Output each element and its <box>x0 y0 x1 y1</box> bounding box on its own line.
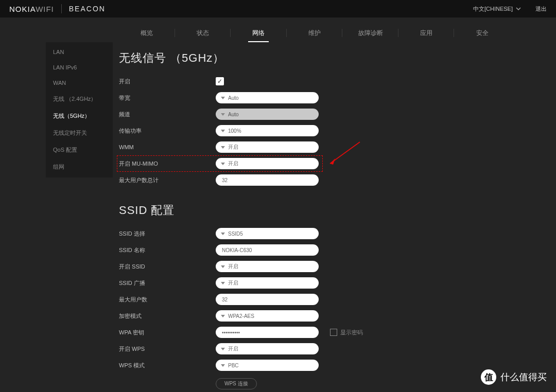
dropdown-arrow-icon <box>221 163 225 165</box>
row-wpsmode: WPS 模式 PBC <box>119 357 510 373</box>
select-broadcast[interactable]: 开启 <box>216 277 319 289</box>
tab-diagnostics[interactable]: 故障诊断 <box>342 24 398 42</box>
input-wpakey[interactable]: •••••••••• <box>216 327 319 338</box>
label-mumimo: 开启 MU-MIMO <box>119 160 216 168</box>
label-wpsmode: WPS 模式 <box>119 362 216 369</box>
sidebar-item-lanipv6[interactable]: LAN IPv6 <box>46 60 113 75</box>
select-wpsmode[interactable]: PBC <box>216 360 319 371</box>
dropdown-arrow-icon <box>221 315 225 317</box>
dropdown-arrow-icon <box>221 348 225 350</box>
row-ssidenable: 开启 SSID 开启 <box>119 258 510 275</box>
sidebar-item-wan[interactable]: WAN <box>46 75 113 91</box>
label-broadcast: SSID 广播 <box>119 279 216 287</box>
row-broadcast: SSID 广播 开启 <box>119 275 510 291</box>
app-header: NOKIAWIFI BEACON 中文[CHINESE] 退出 <box>0 0 556 17</box>
watermark-text: 什么值得买 <box>500 371 547 383</box>
label-encryption: 加密模式 <box>119 312 216 320</box>
sidebar: LAN LAN IPv6 WAN 无线 （2.4GHz） 无线（5GHz） 无线… <box>46 42 113 177</box>
row-channel: 频道 Auto <box>119 106 510 122</box>
sidebar-item-wifischedule[interactable]: 无线定时开关 <box>46 124 113 141</box>
chevron-down-icon <box>516 7 521 10</box>
input-maxusers-total[interactable]: 32 <box>216 174 319 186</box>
tab-overview[interactable]: 概览 <box>119 24 175 42</box>
select-txpower[interactable]: 100% <box>216 125 319 136</box>
select-encryption[interactable]: WPA2-AES <box>216 310 319 322</box>
brand-product: BEACON <box>69 5 106 13</box>
sidebar-item-mesh[interactable]: 组网 <box>46 158 113 175</box>
row-ssidselect: SSID 选择 SSID5 <box>119 225 510 242</box>
watermark-badge: 值 <box>481 369 496 385</box>
select-wpsenable[interactable]: 开启 <box>216 343 319 354</box>
tab-apps[interactable]: 应用 <box>398 24 455 42</box>
wps-connect-button[interactable]: WPS 连接 <box>216 378 257 389</box>
section-title-wireless: 无线信号 （5GHz） <box>119 50 510 66</box>
dropdown-arrow-icon <box>221 364 225 367</box>
brand-nokia: NOKIAWIFI <box>9 5 54 13</box>
label-maxusers-total: 最大用户数总计 <box>119 176 216 184</box>
dropdown-arrow-icon <box>221 113 225 116</box>
svg-marker-1 <box>330 158 335 165</box>
language-selector[interactable]: 中文[CHINESE] <box>473 5 521 13</box>
dropdown-arrow-icon <box>221 97 225 99</box>
label-wpsenable: 开启 WPS <box>119 345 216 353</box>
input-ssidname[interactable]: NOKIA-C630 <box>216 244 319 256</box>
tab-network[interactable]: 网络 <box>231 24 287 42</box>
label-ssidname: SSID 名称 <box>119 246 216 254</box>
checkbox-showpassword[interactable]: 显示密码 <box>330 329 363 336</box>
row-encryption: 加密模式 WPA2-AES <box>119 308 510 324</box>
dropdown-arrow-icon <box>221 265 225 268</box>
label-ssidenable: 开启 SSID <box>119 263 216 271</box>
row-mumimo: 开启 MU-MIMO 开启 <box>119 155 510 172</box>
select-bandwidth[interactable]: Auto <box>216 92 319 103</box>
label-channel: 频道 <box>119 111 216 118</box>
tab-security[interactable]: 安全 <box>454 24 510 42</box>
label-enable: 开启 <box>119 78 216 85</box>
watermark: 值 什么值得买 <box>481 369 547 385</box>
row-wmm: WMM 开启 <box>119 139 510 155</box>
label-ssidselect: SSID 选择 <box>119 230 216 238</box>
label-wpakey: WPA 密钥 <box>119 329 216 336</box>
tab-maintenance[interactable]: 维护 <box>287 24 343 42</box>
select-channel[interactable]: Auto <box>216 109 319 120</box>
row-txpower: 传输功率 100% <box>119 122 510 139</box>
row-ssidname: SSID 名称 NOKIA-C630 <box>119 242 510 258</box>
dropdown-arrow-icon <box>221 130 225 132</box>
dropdown-arrow-icon <box>221 146 225 149</box>
brand-separator <box>61 4 62 13</box>
label-wmm: WMM <box>119 144 216 150</box>
label-bandwidth: 带宽 <box>119 94 216 102</box>
logout-link[interactable]: 退出 <box>535 5 547 13</box>
select-mumimo[interactable]: 开启 <box>216 158 319 169</box>
dropdown-arrow-icon <box>221 282 225 284</box>
sidebar-item-lan[interactable]: LAN <box>46 44 113 60</box>
tab-status[interactable]: 状态 <box>175 24 231 42</box>
label-txpower: 传输功率 <box>119 127 216 135</box>
label-maxusers: 最大用户数 <box>119 296 216 304</box>
row-wpsenable: 开启 WPS 开启 <box>119 341 510 357</box>
main-tabs: 概览 状态 网络 维护 故障诊断 应用 安全 <box>119 24 510 42</box>
select-ssidselect[interactable]: SSID5 <box>216 228 319 239</box>
checkbox-enable[interactable]: ✓ <box>216 77 224 85</box>
section-title-ssid: SSID 配置 <box>119 203 510 218</box>
checkbox-icon <box>330 329 337 336</box>
select-ssidenable[interactable]: 开启 <box>216 261 319 272</box>
dropdown-arrow-icon <box>221 233 225 235</box>
row-maxusers: 最大用户数 32 <box>119 291 510 308</box>
input-maxusers[interactable]: 32 <box>216 294 319 305</box>
row-enable: 开启 ✓ <box>119 73 510 90</box>
sidebar-item-qos[interactable]: QoS 配置 <box>46 141 113 158</box>
row-bandwidth: 带宽 Auto <box>119 90 510 106</box>
select-wmm[interactable]: 开启 <box>216 141 319 153</box>
row-wpslink: WPS 连接 <box>119 376 510 392</box>
sidebar-item-wifi5[interactable]: 无线（5GHz） <box>46 108 113 124</box>
row-wpakey: WPA 密钥 •••••••••• 显示密码 <box>119 324 510 341</box>
row-maxusers-total: 最大用户数总计 32 <box>119 172 510 188</box>
sidebar-item-wifi24[interactable]: 无线 （2.4GHz） <box>46 91 113 108</box>
